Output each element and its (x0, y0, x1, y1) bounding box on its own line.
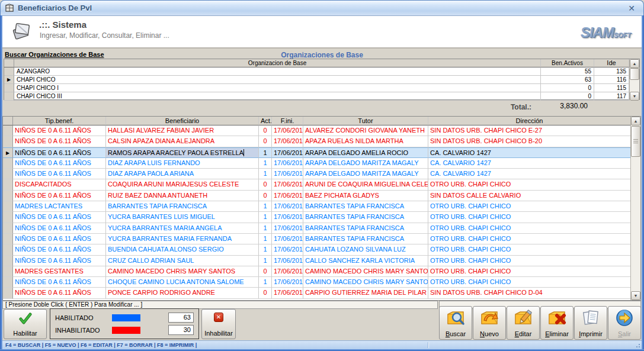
tutor-cell[interactable]: ARAPA DELGADO MARITZA MAGALY (303, 158, 428, 169)
fini-cell[interactable]: 17/06/2011 (272, 266, 303, 277)
act-cell[interactable]: 1 (259, 234, 272, 244)
legend-count-field[interactable]: 30 (168, 325, 194, 335)
org-ben-activos-cell[interactable]: 0 (541, 92, 594, 101)
beneficiary-row[interactable]: NIÑOS DE 0 A 6.11 AÑOSBUENDIA CAHUATA AL… (3, 244, 630, 255)
col-fini[interactable]: F.ini. (272, 117, 303, 125)
tip-benef-cell[interactable]: NIÑOS DE 0 A 6.11 AÑOS (13, 244, 106, 255)
beneficiario-cell[interactable]: COAQUIRA ARUNI MARIAJESUS CELESTE (106, 179, 259, 190)
direccion-cell[interactable]: SIN DATOS CALLE CALVARIO (428, 191, 630, 201)
org-ide-cell[interactable]: 116 (594, 76, 629, 84)
direccion-cell[interactable]: CA. CALVARIO 1427 (428, 147, 630, 158)
org-scroll-thumb[interactable] (630, 68, 639, 80)
org-ide-cell[interactable]: 117 (594, 92, 629, 101)
tip-benef-cell[interactable]: NIÑOS DE 0 A 6.11 AÑOS (13, 136, 106, 147)
row-pointer-icon[interactable]: ▶ (3, 147, 13, 158)
act-cell[interactable]: 1 (259, 244, 272, 255)
scroll-up-icon[interactable]: ▲ (631, 117, 640, 125)
direccion-cell[interactable]: CA. CALVARIO 1427 (428, 169, 630, 179)
act-cell[interactable]: 1 (259, 223, 272, 234)
tutor-cell[interactable]: ALVAREZ CONDORI GIOVANA YANETH (303, 125, 428, 136)
row-selector[interactable] (3, 191, 13, 201)
tip-benef-cell[interactable]: NIÑOS DE 0 A 6.11 AÑOS (13, 256, 106, 266)
row-selector[interactable] (3, 179, 13, 190)
scroll-down-icon[interactable]: ▼ (631, 291, 640, 300)
beneficiario-cell[interactable]: BUENDIA CAHUATA ALONSO SERGIO (106, 244, 259, 255)
act-cell[interactable]: 0 (259, 179, 272, 190)
org-name-cell[interactable]: CHAPI CHICO III (14, 92, 541, 101)
fini-cell[interactable]: 17/06/2011 (272, 256, 303, 266)
org-ben-activos-cell[interactable]: 0 (541, 84, 594, 92)
direccion-cell[interactable]: OTRO URB. CHAPI CHICO (428, 201, 630, 212)
beneficiary-row[interactable]: NIÑOS DE 0 A 6.11 AÑOSDIAZ ARAPA PAOLA A… (3, 169, 630, 179)
direccion-cell[interactable]: OTRO URB. CHAPI CHICO (428, 256, 630, 266)
col-tutor[interactable]: Tutor (303, 117, 428, 125)
tip-benef-cell[interactable]: NIÑOS DE 0 A 6.11 AÑOS (13, 158, 106, 169)
direccion-cell[interactable]: OTRO URB. CHAPI CHICO (428, 223, 630, 234)
ben-scroll-track[interactable] (631, 125, 640, 291)
tip-benef-cell[interactable]: NIÑOS DE 0 A 6.11 AÑOS (13, 223, 106, 234)
row-selector[interactable] (3, 244, 13, 255)
act-cell[interactable]: 0 (259, 125, 272, 136)
fini-cell[interactable]: 17/06/2011 (272, 191, 303, 201)
beneficiary-row[interactable]: NIÑOS DE 0 A 6.11 AÑOSDIAZ ARAPA LUIS FE… (3, 158, 630, 169)
fini-cell[interactable]: 17/06/2011 (272, 288, 303, 298)
buscar-button[interactable]: Buscar (439, 306, 472, 340)
close-button[interactable]: ✕ (628, 4, 635, 13)
direccion-cell[interactable]: SIN DATOS URB. CHAPI CHICO D-04 (428, 288, 630, 298)
tip-benef-cell[interactable]: MADRES LACTANTES (13, 201, 106, 212)
fini-cell[interactable]: 17/06/2011 (272, 158, 303, 169)
org-scroll-track[interactable] (630, 68, 639, 92)
beneficiario-cell[interactable]: YUCRA BARRANTES LUIS MIGUEL (106, 212, 259, 223)
salir-button[interactable]: Salir (608, 306, 641, 340)
beneficiario-cell[interactable]: DIAZ ARAPA LUIS FERNANDO (106, 158, 259, 169)
tutor-cell[interactable]: CARPIO GUTIERREZ MARIA DEL PILAR (303, 288, 428, 298)
row-selector[interactable] (3, 158, 13, 169)
act-cell[interactable]: 1 (259, 212, 272, 223)
eliminar-button[interactable]: Eliminar (540, 306, 573, 340)
fini-cell[interactable]: 17/06/2011 (272, 223, 303, 234)
direccion-cell[interactable]: OTRO URB. CHAPI CHICO (428, 277, 630, 288)
col-beneficiario[interactable]: Beneficiario (106, 117, 259, 125)
org-row[interactable]: AZANGARO55135 (4, 67, 629, 76)
act-cell[interactable]: 1 (259, 256, 272, 266)
tip-benef-cell[interactable]: MADRES GESTANTES (13, 266, 106, 277)
col-tip-benef[interactable]: Tip.benef. (13, 117, 106, 125)
beneficiario-cell[interactable]: CRUZ CALLO ADRIAN SAUL (106, 256, 259, 266)
org-row[interactable]: CHAPI CHICO I0115 (4, 84, 629, 92)
beneficiaries-grid-scrollbar[interactable]: ▲ ▼ (630, 117, 640, 300)
tutor-cell[interactable]: ARAPA DELGADO MARITZA MAGALY (303, 169, 428, 179)
beneficiary-row[interactable]: NIÑOS DE 0 A 6.11 AÑOSHALLASI ALVAREZ FA… (3, 125, 630, 136)
beneficiario-cell[interactable]: CAMINO MACEDO CHRIS MARY SANTOS (106, 266, 259, 277)
tip-benef-cell[interactable]: NIÑOS DE 0 A 6.11 AÑOS (13, 234, 106, 244)
beneficiario-cell[interactable]: PONCE CARPIO RODRIGO ANDRE (106, 288, 259, 298)
tutor-cell[interactable]: BARRANTES TAPIA FRANCISCA (303, 234, 428, 244)
beneficiario-cell[interactable]: DIAZ ARAPA PAOLA ARIANA (106, 169, 259, 179)
org-row[interactable]: ▶CHAPI CHICO63116 (4, 76, 629, 84)
org-ide-cell[interactable]: 115 (594, 84, 629, 92)
tutor-cell[interactable]: CALLO SANCHEZ KARLA VICTORIA (303, 256, 428, 266)
title-bar[interactable]: Beneficiarios De Pvl ✕ (0, 0, 644, 16)
act-cell[interactable]: 1 (259, 158, 272, 169)
fini-cell[interactable]: 17/06/2011 (272, 169, 303, 179)
beneficiario-cell[interactable]: YUCRA BARRANTES MARIA FERNANDA (106, 234, 259, 244)
direccion-cell[interactable]: OTRO URB. CHAPI CHICO (428, 244, 630, 255)
tip-benef-cell[interactable]: NIÑOS DE 0 A 6.11 AÑOS (13, 147, 106, 158)
org-col-ben-activos[interactable]: Ben.Activos (541, 59, 594, 67)
tip-benef-cell[interactable]: NIÑOS DE 0 A 6.11 AÑOS (13, 288, 106, 298)
tutor-cell[interactable]: ARUNI DE COAQUIRA MIGUELINA CELESTINA (303, 179, 428, 190)
scroll-up-icon[interactable]: ▲ (630, 59, 639, 68)
beneficiario-cell[interactable]: BARRANTES TAPIA FRANCISCA (106, 201, 259, 212)
row-selector[interactable] (3, 277, 13, 288)
beneficiary-row[interactable]: NIÑOS DE 0 A 6.11 AÑOSYUCRA BARRANTES MA… (3, 223, 630, 234)
tutor-cell[interactable]: CAMINO MACEDO CHRIS MARY SANTOS (303, 277, 428, 288)
fini-cell[interactable]: 17/06/2011 (272, 125, 303, 136)
row-selector[interactable] (3, 136, 13, 147)
tutor-cell[interactable]: CAMINO MACEDO CHRIS MARY SANTOS (303, 266, 428, 277)
row-selector[interactable] (4, 67, 14, 76)
beneficiary-row[interactable]: MADRES GESTANTESCAMINO MACEDO CHRIS MARY… (3, 266, 630, 277)
row-selector[interactable] (3, 288, 13, 298)
beneficiary-row[interactable]: NIÑOS DE 0 A 6.11 AÑOSCRUZ CALLO ADRIAN … (3, 256, 630, 266)
beneficiary-row[interactable]: NIÑOS DE 0 A 6.11 AÑOSCHOQUE CAMINO LUCI… (3, 277, 630, 288)
org-name-cell[interactable]: CHAPI CHICO I (14, 84, 541, 92)
act-cell[interactable]: 1 (259, 201, 272, 212)
